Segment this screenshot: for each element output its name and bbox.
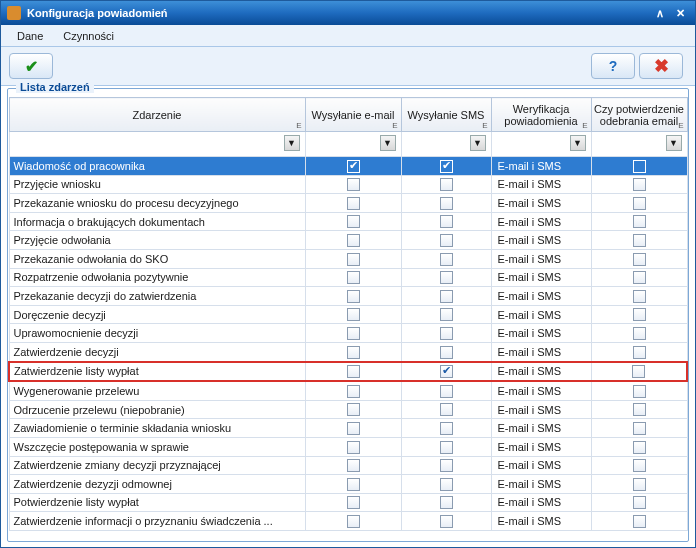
email-checkbox[interactable] — [347, 327, 360, 340]
sms-checkbox[interactable] — [440, 178, 453, 191]
table-row[interactable]: Wiadomość od pracownikaE-mail i SMS — [9, 157, 687, 176]
table-row[interactable]: Wszczęcie postępowania w sprawieE-mail i… — [9, 437, 687, 456]
confirm-checkbox[interactable] — [632, 365, 645, 378]
table-row[interactable]: Odrzucenie przelewu (niepobranie)E-mail … — [9, 400, 687, 419]
table-row[interactable]: Wygenerowanie przelewuE-mail i SMS — [9, 381, 687, 400]
verify-cell[interactable]: E-mail i SMS — [491, 305, 591, 324]
verify-cell[interactable]: E-mail i SMS — [491, 249, 591, 268]
table-row[interactable]: Przekazanie decyzji do zatwierdzeniaE-ma… — [9, 287, 687, 306]
confirm-checkbox[interactable] — [633, 515, 646, 528]
sms-checkbox[interactable] — [440, 290, 453, 303]
verify-cell[interactable]: E-mail i SMS — [491, 362, 591, 382]
sms-checkbox[interactable] — [440, 234, 453, 247]
confirm-checkbox[interactable] — [633, 385, 646, 398]
confirm-checkbox[interactable] — [633, 290, 646, 303]
verify-cell[interactable]: E-mail i SMS — [491, 231, 591, 250]
verify-cell[interactable]: E-mail i SMS — [491, 475, 591, 494]
email-checkbox[interactable] — [347, 441, 360, 454]
email-checkbox[interactable] — [347, 253, 360, 266]
confirm-checkbox[interactable] — [633, 197, 646, 210]
verify-cell[interactable]: E-mail i SMS — [491, 175, 591, 194]
confirm-checkbox[interactable] — [633, 496, 646, 509]
sms-checkbox[interactable] — [440, 160, 453, 173]
table-row[interactable]: Doręczenie decyzjiE-mail i SMS — [9, 305, 687, 324]
email-checkbox[interactable] — [347, 197, 360, 210]
verify-cell[interactable]: E-mail i SMS — [491, 381, 591, 400]
sms-checkbox[interactable] — [440, 346, 453, 359]
table-row[interactable]: Zawiadomienie o terminie składania wnios… — [9, 419, 687, 438]
verify-cell[interactable]: E-mail i SMS — [491, 212, 591, 231]
confirm-checkbox[interactable] — [633, 478, 646, 491]
confirm-checkbox[interactable] — [633, 422, 646, 435]
email-checkbox[interactable] — [347, 178, 360, 191]
sms-checkbox[interactable] — [440, 496, 453, 509]
chevron-down-icon[interactable]: ▼ — [284, 135, 300, 151]
sms-checkbox[interactable] — [440, 308, 453, 321]
confirm-checkbox[interactable] — [633, 215, 646, 228]
sms-checkbox[interactable] — [440, 253, 453, 266]
sms-checkbox[interactable] — [440, 215, 453, 228]
sms-checkbox[interactable] — [440, 271, 453, 284]
table-row[interactable]: Zatwierdzenie decyzjiE-mail i SMS — [9, 342, 687, 361]
help-button[interactable]: ? — [591, 53, 635, 79]
verify-cell[interactable]: E-mail i SMS — [491, 512, 591, 531]
sms-checkbox[interactable] — [440, 441, 453, 454]
table-row[interactable]: Przyjęcie wnioskuE-mail i SMS — [9, 175, 687, 194]
menu-czynnosci[interactable]: Czynności — [53, 28, 124, 44]
confirm-checkbox[interactable] — [633, 441, 646, 454]
email-checkbox[interactable] — [347, 478, 360, 491]
sms-checkbox[interactable] — [440, 365, 453, 378]
minimize-icon[interactable]: ∧ — [651, 5, 669, 21]
verify-cell[interactable]: E-mail i SMS — [491, 419, 591, 438]
verify-cell[interactable]: E-mail i SMS — [491, 493, 591, 512]
sms-checkbox[interactable] — [440, 197, 453, 210]
sms-checkbox[interactable] — [440, 515, 453, 528]
email-checkbox[interactable] — [347, 403, 360, 416]
table-row[interactable]: Zatwierdzenie informacji o przyznaniu św… — [9, 512, 687, 531]
sms-checkbox[interactable] — [440, 459, 453, 472]
table-row[interactable]: Przekazanie odwołania do SKOE-mail i SMS — [9, 249, 687, 268]
confirm-checkbox[interactable] — [633, 160, 646, 173]
confirm-checkbox[interactable] — [633, 178, 646, 191]
email-checkbox[interactable] — [347, 290, 360, 303]
menu-dane[interactable]: Dane — [7, 28, 53, 44]
chevron-down-icon[interactable]: ▼ — [470, 135, 486, 151]
verify-cell[interactable]: E-mail i SMS — [491, 342, 591, 361]
table-row[interactable]: Rozpatrzenie odwołania pozytywnieE-mail … — [9, 268, 687, 287]
verify-cell[interactable]: E-mail i SMS — [491, 268, 591, 287]
email-checkbox[interactable] — [347, 271, 360, 284]
confirm-checkbox[interactable] — [633, 403, 646, 416]
col-email[interactable]: Wysyłanie e-mailE — [305, 98, 401, 132]
email-checkbox[interactable] — [347, 422, 360, 435]
confirm-checkbox[interactable] — [633, 346, 646, 359]
email-checkbox[interactable] — [347, 385, 360, 398]
confirm-checkbox[interactable] — [633, 271, 646, 284]
confirm-checkbox[interactable] — [633, 327, 646, 340]
close-icon[interactable]: ✕ — [671, 5, 689, 21]
sms-checkbox[interactable] — [440, 422, 453, 435]
verify-cell[interactable]: E-mail i SMS — [491, 456, 591, 475]
accept-button[interactable]: ✔ — [9, 53, 53, 79]
email-checkbox[interactable] — [347, 215, 360, 228]
email-checkbox[interactable] — [347, 160, 360, 173]
email-checkbox[interactable] — [347, 496, 360, 509]
confirm-checkbox[interactable] — [633, 459, 646, 472]
col-verify[interactable]: Weryfikacja powiadomieniaE — [491, 98, 591, 132]
email-checkbox[interactable] — [347, 365, 360, 378]
email-checkbox[interactable] — [347, 346, 360, 359]
table-row[interactable]: Informacja o brakujących dokumentachE-ma… — [9, 212, 687, 231]
confirm-checkbox[interactable] — [633, 234, 646, 247]
sms-checkbox[interactable] — [440, 478, 453, 491]
filter-event[interactable] — [14, 134, 301, 154]
chevron-down-icon[interactable]: ▼ — [666, 135, 682, 151]
chevron-down-icon[interactable]: ▼ — [570, 135, 586, 151]
sms-checkbox[interactable] — [440, 385, 453, 398]
col-sms[interactable]: Wysyłanie SMSE — [401, 98, 491, 132]
verify-cell[interactable]: E-mail i SMS — [491, 324, 591, 343]
verify-cell[interactable]: E-mail i SMS — [491, 400, 591, 419]
verify-cell[interactable]: E-mail i SMS — [491, 157, 591, 176]
table-row[interactable]: Zatwierdzenie listy wypłatE-mail i SMS — [9, 362, 687, 382]
email-checkbox[interactable] — [347, 515, 360, 528]
table-row[interactable]: Przekazanie wniosku do procesu decyzyjne… — [9, 194, 687, 213]
table-row[interactable]: Uprawomocnienie decyzjiE-mail i SMS — [9, 324, 687, 343]
